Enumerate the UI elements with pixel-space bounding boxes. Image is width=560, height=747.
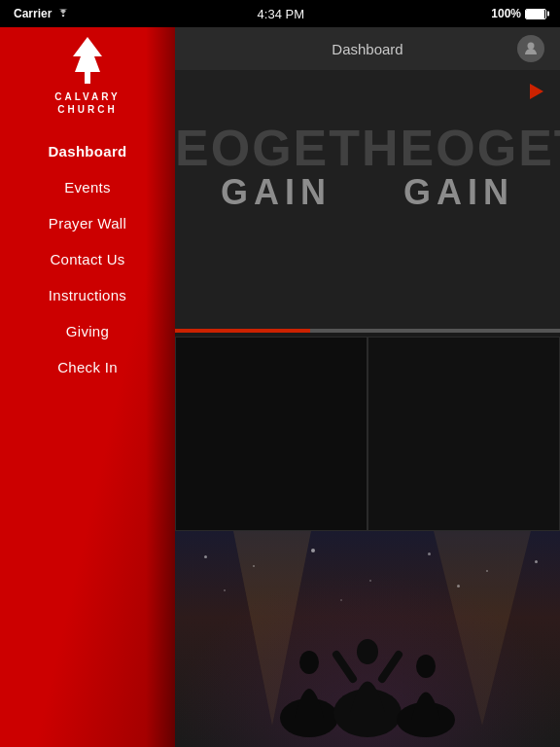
svg-line-9 (336, 655, 353, 679)
svg-point-4 (299, 651, 319, 674)
user-icon (523, 41, 539, 56)
battery-icon (525, 9, 546, 19)
play-button[interactable] (523, 78, 550, 105)
nav-menu: Dashboard Events Prayer Wall Contact Us … (0, 133, 175, 385)
logo-area: CALVARY CHURCH (54, 35, 120, 116)
video-progress-bar[interactable] (175, 329, 560, 333)
play-icon (530, 84, 543, 99)
content-area: EOGETHEOGETHEO GAIN GAIN (175, 70, 560, 747)
thumbnail-2[interactable] (368, 337, 560, 531)
sidebar-item-events[interactable]: Events (0, 169, 175, 205)
sidebar-item-giving[interactable]: Giving (0, 313, 175, 349)
hero-gain-text-1: GAIN (221, 172, 332, 213)
sidebar: CALVARY CHURCH Dashboard Events Prayer W… (0, 0, 175, 747)
thumbnail-grid (175, 337, 560, 531)
svg-line-10 (382, 655, 399, 679)
video-progress-fill (175, 329, 310, 333)
sidebar-item-dashboard[interactable]: Dashboard (0, 133, 175, 169)
main-content: EOGETHEOGETHEO GAIN GAIN (175, 27, 560, 747)
svg-point-6 (357, 639, 378, 664)
sidebar-item-prayer-wall[interactable]: Prayer Wall (0, 205, 175, 241)
hero-bg-text-row: EOGETHEOGETHEO (175, 119, 560, 177)
svg-point-8 (416, 655, 436, 678)
hero-banner: EOGETHEOGETHEO GAIN GAIN (175, 70, 560, 333)
calvary-logo-icon (63, 35, 112, 89)
carrier-label: Carrier (14, 7, 52, 20)
svg-marker-1 (73, 37, 102, 72)
thumbnail-1[interactable] (175, 337, 368, 531)
battery-label: 100% (491, 7, 521, 20)
hero-bg-text: EOGETHEOGETHEO (175, 119, 560, 177)
status-left: Carrier (14, 7, 70, 20)
header-bar: Dashboard (175, 27, 560, 70)
sidebar-item-contact-us[interactable]: Contact Us (0, 241, 175, 277)
wifi-icon (56, 9, 70, 18)
svg-point-2 (528, 43, 535, 50)
people-silhouette (231, 601, 504, 737)
page-title: Dashboard (218, 41, 517, 57)
status-bar: Carrier 4:34 PM 100% (0, 0, 560, 27)
status-right: 100% (491, 7, 546, 20)
bottom-photo (175, 531, 560, 747)
hero-gain-text-2: GAIN (403, 172, 514, 213)
user-avatar[interactable] (517, 35, 544, 62)
sidebar-item-check-in[interactable]: Check In (0, 349, 175, 385)
sidebar-item-instructions[interactable]: Instructions (0, 277, 175, 313)
hero-gain-row: GAIN GAIN (175, 172, 560, 213)
logo-text: CALVARY CHURCH (54, 90, 120, 116)
status-time: 4:34 PM (258, 7, 304, 21)
